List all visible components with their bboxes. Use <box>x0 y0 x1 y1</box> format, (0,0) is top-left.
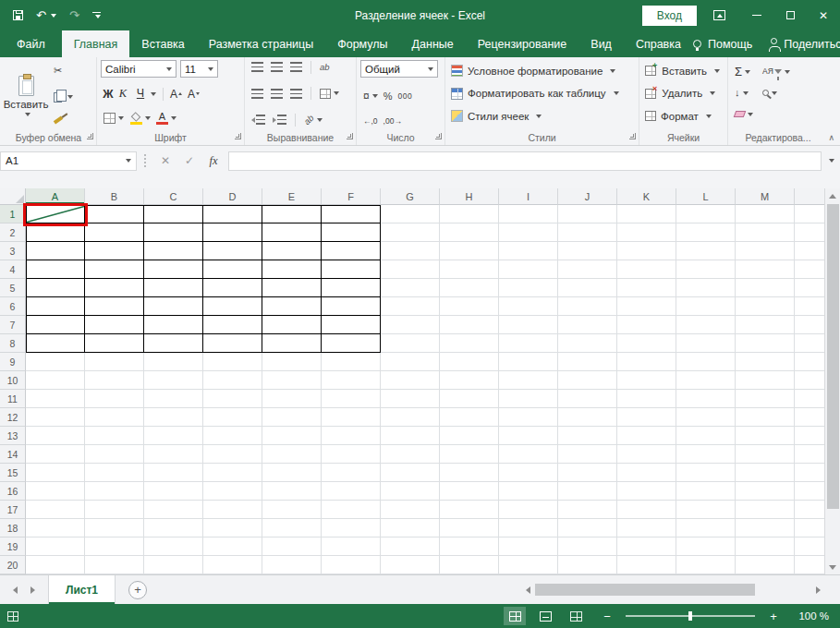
cell-H7[interactable] <box>440 316 499 334</box>
cell-B3[interactable] <box>85 242 144 260</box>
undo-button[interactable]: ↶ <box>32 6 60 24</box>
accounting-format-button[interactable]: ¤ <box>360 89 381 103</box>
cell-M20[interactable] <box>736 556 795 574</box>
share-button[interactable]: Поделиться <box>771 38 840 51</box>
cell-E15[interactable] <box>262 464 322 482</box>
cell-E11[interactable] <box>262 390 322 408</box>
name-box[interactable]: A1 <box>0 151 137 171</box>
cell-G7[interactable] <box>381 316 440 334</box>
cell-K17[interactable] <box>617 501 676 519</box>
cell-E3[interactable] <box>262 242 322 260</box>
cell-E9[interactable] <box>262 353 322 371</box>
cell-E5[interactable] <box>262 279 322 297</box>
page-layout-view-button[interactable] <box>534 607 556 625</box>
cell-J12[interactable] <box>558 408 617 427</box>
cell-K19[interactable] <box>617 537 676 556</box>
cell-F16[interactable] <box>322 482 381 501</box>
cell-D1[interactable] <box>203 205 262 223</box>
cell-F15[interactable] <box>322 464 381 482</box>
cell-D7[interactable] <box>203 316 262 334</box>
cell-I10[interactable] <box>499 371 558 390</box>
number-dialog-launcher[interactable] <box>435 133 442 139</box>
cell-M3[interactable] <box>736 242 795 260</box>
confirm-entry-button[interactable]: ✓ <box>177 154 201 167</box>
align-right-button[interactable] <box>287 87 305 101</box>
cell-M8[interactable] <box>736 334 795 353</box>
cell-L8[interactable] <box>676 334 736 353</box>
row-header-20[interactable]: 20 <box>0 556 26 574</box>
cell-G15[interactable] <box>381 464 440 482</box>
row-header-2[interactable]: 2 <box>0 223 26 242</box>
sheet-tab[interactable]: Лист1 <box>48 575 116 604</box>
cell-C20[interactable] <box>144 556 203 574</box>
cell-D16[interactable] <box>203 482 262 501</box>
cell-A11[interactable] <box>26 390 85 408</box>
cell-K16[interactable] <box>617 482 676 501</box>
cell-K10[interactable] <box>617 371 676 390</box>
cell-M17[interactable] <box>736 501 795 519</box>
cell-C2[interactable] <box>144 223 203 242</box>
cell-J11[interactable] <box>558 390 617 408</box>
cell-J2[interactable] <box>558 223 617 242</box>
cell-J18[interactable] <box>558 519 617 537</box>
vertical-scroll-thumb[interactable] <box>827 204 839 509</box>
cell-F4[interactable] <box>322 260 381 279</box>
cell-B17[interactable] <box>85 501 144 519</box>
row-header-13[interactable]: 13 <box>0 427 26 445</box>
redo-button[interactable]: ↷ <box>66 6 83 24</box>
cell-F18[interactable] <box>322 519 381 537</box>
cell-C7[interactable] <box>144 316 203 334</box>
collapse-ribbon-button[interactable]: ∧ <box>828 134 834 142</box>
styles-dialog-launcher[interactable] <box>629 133 636 139</box>
column-header-G[interactable]: G <box>381 188 440 205</box>
column-header-A[interactable]: A <box>26 188 85 205</box>
cell-B9[interactable] <box>85 353 144 371</box>
clear-button[interactable] <box>732 109 756 119</box>
orientation-button[interactable]: ab <box>301 114 325 127</box>
cell-E17[interactable] <box>262 501 322 519</box>
cell-B8[interactable] <box>85 334 144 353</box>
insert-cells-button[interactable]: + Вставить <box>643 60 724 81</box>
cell-D19[interactable] <box>203 537 262 556</box>
cell-J16[interactable] <box>558 482 617 501</box>
tab-рецензирование[interactable]: Рецензирование <box>466 30 579 57</box>
cell-C1[interactable] <box>144 205 203 223</box>
cell-D5[interactable] <box>203 279 262 297</box>
cell-L2[interactable] <box>676 223 736 242</box>
cell-A13[interactable] <box>26 427 85 445</box>
cell-L16[interactable] <box>676 482 736 501</box>
cell-L3[interactable] <box>676 242 736 260</box>
cell-G1[interactable] <box>381 205 440 223</box>
cell-H20[interactable] <box>440 556 499 574</box>
cell-K8[interactable] <box>617 334 676 353</box>
cell-C12[interactable] <box>144 408 203 427</box>
cell-D11[interactable] <box>203 390 262 408</box>
cell-L12[interactable] <box>676 408 736 427</box>
copy-button[interactable] <box>51 91 76 104</box>
cell-F3[interactable] <box>322 242 381 260</box>
cell-A3[interactable] <box>26 242 85 260</box>
number-format-select[interactable]: Общий <box>360 60 438 78</box>
cell-H19[interactable] <box>440 537 499 556</box>
cell-B6[interactable] <box>85 297 144 316</box>
cell-D8[interactable] <box>203 334 262 353</box>
horizontal-scroll-thumb[interactable] <box>535 584 755 596</box>
cell-I15[interactable] <box>499 464 558 482</box>
row-header-19[interactable]: 19 <box>0 537 26 556</box>
cell-H18[interactable] <box>440 519 499 537</box>
align-center-button[interactable] <box>268 87 286 101</box>
cell-B19[interactable] <box>85 537 144 556</box>
cell-G8[interactable] <box>381 334 440 353</box>
customize-qat-button[interactable] <box>89 9 104 21</box>
cell-I11[interactable] <box>499 390 558 408</box>
row-header-3[interactable]: 3 <box>0 242 26 260</box>
alignment-dialog-launcher[interactable] <box>347 133 353 139</box>
cell-B20[interactable] <box>85 556 144 574</box>
cell-A20[interactable] <box>26 556 85 574</box>
insert-function-button[interactable]: fx <box>201 154 225 168</box>
cell-E4[interactable] <box>262 260 322 279</box>
previous-sheet-button[interactable] <box>13 586 18 594</box>
cell-H11[interactable] <box>440 390 499 408</box>
column-header-I[interactable]: I <box>499 188 558 205</box>
maximize-button[interactable] <box>773 0 807 30</box>
